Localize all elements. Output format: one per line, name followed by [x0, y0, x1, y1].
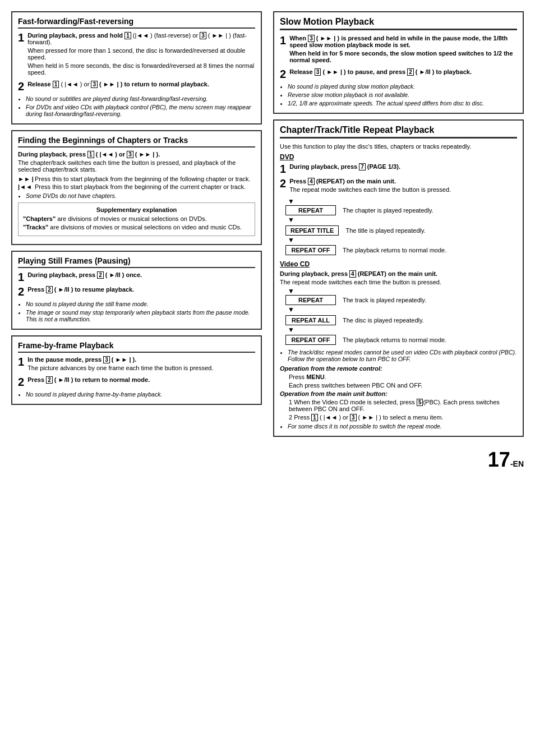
note-item: No sound is played during slow motion pl… [288, 83, 517, 90]
fbf-notes: No sound is played during frame-by-frame… [26, 391, 255, 398]
note-item: No sound or subtitles are played during … [26, 95, 255, 102]
finding-title: Finding the Beginnings of Chapters or Tr… [18, 136, 255, 147]
key-2b: 2 [46, 286, 53, 293]
slow-motion-notes: No sound is played during slow motion pl… [288, 83, 517, 107]
key-3g: 3 [350, 414, 357, 421]
still-frames-title: Playing Still Frames (Pausing) [18, 256, 255, 268]
dvd-label: DVD [280, 153, 517, 161]
right-column: Slow Motion Playback 1 When 3 ( ►► | ) i… [273, 11, 524, 472]
fast-forward-step2: 2 Release 1 ( |◄◄ ) or 3 ( ►► | ) to ret… [18, 81, 255, 92]
chapter-step1: 1 During playback, press 7 (PAGE 1/3). [280, 163, 517, 174]
key-3: 3 [200, 32, 206, 39]
key-1: 1 [124, 32, 131, 39]
note-item: For DVDs and video CDs with playback con… [26, 104, 255, 117]
page-number-area: 17-EN [273, 448, 524, 472]
slow-motion-step2: 2 Release 3 ( ►► | ) to pause, and press… [280, 68, 517, 80]
fast-forward-title: Fast-forwarding/Fast-reversing [18, 17, 255, 29]
frame-by-frame-section: Frame-by-frame Playback 1 In the pause m… [11, 335, 262, 405]
vcd-flow-repeat-off: REPEAT OFF The playback returns to norma… [285, 335, 446, 345]
dvd-flow-chart: ▼ REPEAT The chapter is played repeatedl… [285, 198, 517, 256]
key-3f: 3 [315, 68, 321, 76]
page-suffix: -EN [510, 459, 524, 468]
vcd-flow-repeat-all: REPEAT ALL The disc is played repeatedly… [285, 315, 424, 325]
fast-forward-section: Fast-forwarding/Fast-reversing 1 During … [11, 11, 262, 125]
note-item: Some DVDs do not have chapters. [26, 192, 255, 199]
fast-forward-step1: 1 During playback, press and hold 1 (|◄◄… [18, 32, 255, 77]
finding-item2: |◄◄ Press this to start playback from th… [18, 183, 255, 190]
slow-motion-section: Slow Motion Playback 1 When 3 ( ►► | ) i… [273, 11, 524, 114]
note-item: The track/disc repeat modes cannot be us… [288, 349, 517, 362]
operation-section: Operation from the remote control: Press… [280, 365, 517, 421]
chapter-repeat-section: Chapter/Track/Title Repeat Playback Use … [273, 119, 524, 437]
note-item: The image or sound may stop temporarily … [26, 309, 255, 322]
video-cd-label: Video CD [280, 260, 517, 268]
fbf-step1: 1 In the pause mode, press 3 ( ►► | ). T… [18, 356, 255, 373]
note-item: 1/2, 1/8 are approximate speeds. The act… [288, 100, 517, 107]
page-number: 17 [488, 448, 510, 471]
note-item: No sound is played during the still fram… [26, 301, 255, 307]
key-3c: 3 [127, 151, 133, 158]
fbf-step2: 2 Press 2 ( ►/II ) to return to normal m… [18, 376, 255, 388]
vcd-flow-repeat: REPEAT The track is played repeatedly. [285, 295, 426, 305]
key-5: 5 [417, 399, 423, 406]
still-frames-notes: No sound is played during the still fram… [26, 301, 255, 322]
finding-item1: ►► | Press this to start playback from t… [18, 176, 255, 182]
chapter-repeat-title: Chapter/Track/Title Repeat Playback [280, 125, 517, 139]
finding-section: Finding the Beginnings of Chapters or Tr… [11, 130, 262, 245]
key-3d: 3 [103, 356, 110, 363]
note-item: For some discs it is not possible to swi… [288, 423, 517, 430]
finding-notes: Some DVDs do not have chapters. [26, 192, 255, 199]
note-item: Reverse slow motion playback is not avai… [288, 91, 517, 98]
key-7: 7 [359, 163, 366, 170]
chapter-repeat-notes: The track/disc repeat modes cannot be us… [288, 349, 517, 362]
still-frames-section: Playing Still Frames (Pausing) 1 During … [11, 251, 262, 330]
frame-by-frame-title: Frame-by-frame Playback [18, 341, 255, 353]
note-item: No sound is played during frame-by-frame… [26, 391, 255, 398]
key-1d: 1 [311, 414, 318, 421]
dvd-flow-repeat-title: REPEAT TITLE The title is played repeate… [285, 225, 426, 236]
slow-motion-step1: 1 When 3 ( ►► | ) is pressed and held in… [280, 35, 517, 65]
left-column: Fast-forwarding/Fast-reversing 1 During … [11, 11, 262, 472]
still-frames-step1: 1 During playback, press 2 ( ►/II ) once… [18, 271, 255, 283]
fast-forward-notes: No sound or subtitles are played during … [26, 95, 255, 117]
key-2: 2 [97, 271, 104, 279]
chapter-repeat-note2: For some discs it is not possible to swi… [288, 423, 517, 430]
chapter-step2: 2 Press 4 (REPEAT) on the main unit. The… [280, 178, 517, 195]
slow-motion-title: Slow Motion Playback [280, 17, 517, 30]
key-4: 4 [308, 178, 315, 185]
key-1c: 1 [87, 151, 94, 158]
key-1b: 1 [53, 81, 59, 88]
supp-box: Supplementary explanation "Chapters" are… [18, 202, 255, 236]
key-3b: 3 [91, 81, 98, 88]
vcd-flow-chart: ▼ REPEAT The track is played repeatedly.… [285, 288, 517, 345]
key-2c: 2 [46, 376, 53, 384]
step1-text: During playback, press and hold [27, 32, 123, 39]
dvd-flow-repeat: REPEAT The chapter is played repeatedly. [285, 205, 433, 215]
dvd-flow-repeat-off: REPEAT OFF The playback returns to norma… [285, 245, 446, 255]
key-4b: 4 [349, 270, 356, 278]
key-2d: 2 [407, 68, 414, 76]
still-frames-step2: 2 Press 2 ( ►/II ) to resume playback. [18, 286, 255, 297]
